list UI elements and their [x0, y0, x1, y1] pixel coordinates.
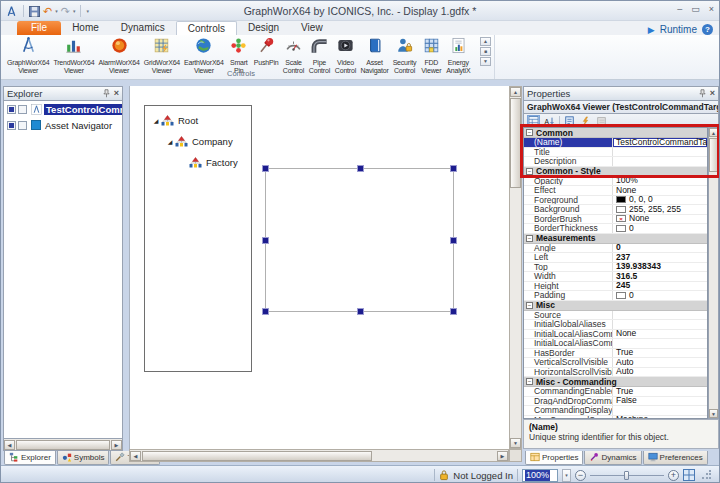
restore-button[interactable]: ▭ [691, 4, 700, 14]
property-pages-icon[interactable] [563, 115, 576, 126]
explorer-horizontal-scrollbar[interactable]: ◀ ▶ [3, 439, 123, 451]
property-row-title[interactable]: Title [524, 148, 707, 158]
property-row-width[interactable]: Width316.5 [524, 272, 707, 282]
explorer-tab-symbols[interactable]: Symbols [57, 451, 110, 465]
collapse-icon[interactable]: − [526, 378, 533, 385]
property-grid-scrollbar[interactable]: ▲ ▼ [708, 127, 719, 419]
property-section-common[interactable]: −Common [524, 128, 707, 138]
scroll-up-icon[interactable]: ▲ [709, 128, 718, 137]
property-row-source[interactable]: Source [524, 311, 707, 321]
property-value-source[interactable] [612, 311, 707, 320]
scroll-right-icon[interactable]: ▶ [497, 451, 508, 461]
property-row-verticalscrollvisible[interactable]: VerticalScrollVisibleAuto [524, 358, 707, 368]
close-icon[interactable]: × [710, 89, 715, 98]
lock-checkbox[interactable] [18, 121, 27, 130]
property-row-angle[interactable]: Angle0 [524, 244, 707, 254]
scrollbar-thumb[interactable] [709, 138, 718, 172]
expander-icon[interactable]: ◢ [151, 117, 161, 124]
property-section-measurements[interactable]: −Measurements [524, 234, 707, 244]
property-row-initialglobalaliases[interactable]: InitialGlobalAliases [524, 320, 707, 330]
scroll-down-icon[interactable]: ▼ [510, 438, 521, 448]
property-value-angle[interactable]: 0 [612, 244, 707, 253]
help-icon[interactable]: ? [702, 24, 713, 35]
collapse-icon[interactable]: − [526, 168, 533, 175]
property-section-misc-commanding[interactable]: −Misc - Commanding [524, 377, 707, 387]
property-section-misc[interactable]: −Misc [524, 301, 707, 311]
visibility-checkbox[interactable] [7, 105, 16, 114]
tree-node-root[interactable]: ◢Root [145, 110, 251, 131]
collapse-icon[interactable]: − [526, 235, 533, 242]
property-value-name[interactable]: TestControlCommandTarget [612, 138, 707, 147]
collapse-icon[interactable]: − [526, 129, 533, 136]
property-value-height[interactable]: 245 [612, 282, 707, 291]
minimize-button[interactable]: – [677, 4, 682, 14]
resize-handle-n[interactable] [357, 165, 364, 172]
pin-icon[interactable] [698, 89, 707, 98]
lock-checkbox[interactable] [18, 105, 27, 114]
property-value-opacity[interactable]: 100% [612, 177, 707, 186]
property-row-top[interactable]: Top139.938343 [524, 263, 707, 273]
canvas-horizontal-scrollbar[interactable]: ◀ ▶ [129, 449, 509, 462]
zoom-in-button[interactable]: + [668, 470, 679, 481]
scrollbar-thumb[interactable] [16, 440, 110, 450]
collapse-icon[interactable]: − [526, 302, 533, 309]
resize-handle-w[interactable] [262, 237, 269, 244]
property-value-left[interactable]: 237 [612, 253, 707, 262]
tree-node-company[interactable]: ◢Company [145, 131, 251, 152]
expander-icon[interactable]: ◢ [165, 138, 175, 145]
scroll-left-icon[interactable]: ◀ [130, 451, 141, 461]
property-value-background[interactable]: 255, 255, 255 [612, 205, 707, 214]
property-row-left[interactable]: Left237 [524, 253, 707, 263]
property-row-borderbrush[interactable]: BorderBrush×None [524, 215, 707, 225]
tree-control[interactable]: ◢Root◢Company Factory [144, 105, 252, 372]
resize-grip[interactable] [701, 470, 711, 480]
resize-handle-e[interactable] [450, 237, 457, 244]
property-value-initiallocalaliascomman[interactable] [612, 339, 707, 348]
property-value-foreground[interactable]: 0, 0, 0 [612, 196, 707, 205]
categorized-view-icon[interactable] [527, 115, 540, 126]
zoom-input[interactable]: 100% [522, 469, 558, 482]
property-value-commandingdisplayna[interactable] [612, 406, 707, 415]
visibility-checkbox[interactable] [7, 121, 16, 130]
resize-handle-ne[interactable] [450, 165, 457, 172]
property-section-common-style[interactable]: −Common - Style [524, 167, 707, 177]
property-value-initialglobalaliases[interactable] [612, 320, 707, 329]
spin-up-icon[interactable]: ▲ [480, 37, 491, 46]
property-value-description[interactable] [612, 157, 707, 166]
resize-handle-se[interactable] [450, 308, 457, 315]
ribbon-tab-controls[interactable]: Controls [176, 21, 237, 35]
property-value-borderbrush[interactable]: ×None [612, 215, 707, 224]
explorer-item-asset-navigator[interactable]: Asset Navigator [4, 117, 122, 133]
resize-handle-nw[interactable] [262, 165, 269, 172]
scroll-right-icon[interactable]: ▶ [111, 440, 122, 450]
explorer-item-testcontrolcommand[interactable]: TestControlCommand [4, 101, 122, 117]
close-button[interactable]: × [709, 4, 714, 14]
property-row-initiallocalaliascomman[interactable]: InitialLocalAliasComman [524, 339, 707, 349]
properties-tab-properties[interactable]: Properties [525, 451, 583, 465]
zoom-dropdown-icon[interactable]: ▾ [562, 469, 571, 482]
spin-down-icon[interactable]: ▼ [480, 57, 491, 66]
property-value-title[interactable] [612, 148, 707, 157]
property-row-foreground[interactable]: Foreground0, 0, 0 [524, 196, 707, 206]
property-row-draganddropcommand[interactable]: DragAndDropCommandFalse [524, 397, 707, 407]
property-value-padding[interactable]: 0 [612, 291, 707, 300]
property-row-height[interactable]: Height245 [524, 282, 707, 292]
property-row-opacity[interactable]: Opacity100% [524, 177, 707, 187]
settings-icon[interactable] [595, 115, 608, 126]
slider-thumb[interactable] [624, 471, 629, 480]
scroll-down-icon[interactable]: ▼ [709, 409, 718, 418]
resize-handle-s[interactable] [357, 308, 364, 315]
events-icon[interactable] [579, 115, 592, 126]
property-row-hasborder[interactable]: HasBorderTrue [524, 349, 707, 359]
pin-icon[interactable] [102, 89, 111, 98]
alphabetical-view-icon[interactable]: A [543, 115, 556, 126]
property-value-top[interactable]: 139.938343 [612, 263, 707, 272]
scroll-up-icon[interactable]: ▲ [510, 87, 521, 97]
tree-node-factory[interactable]: Factory [145, 152, 251, 173]
property-row-name[interactable]: (Name)TestControlCommandTarget [524, 138, 707, 148]
property-value-commandingenabled[interactable]: True [612, 387, 707, 396]
canvas-vertical-scrollbar[interactable]: ▲ ▼ [509, 86, 522, 449]
property-value-draganddropcommand[interactable]: False [612, 397, 707, 406]
property-row-commandingenabled[interactable]: CommandingEnabledTrue [524, 387, 707, 397]
close-icon[interactable]: × [114, 89, 119, 98]
